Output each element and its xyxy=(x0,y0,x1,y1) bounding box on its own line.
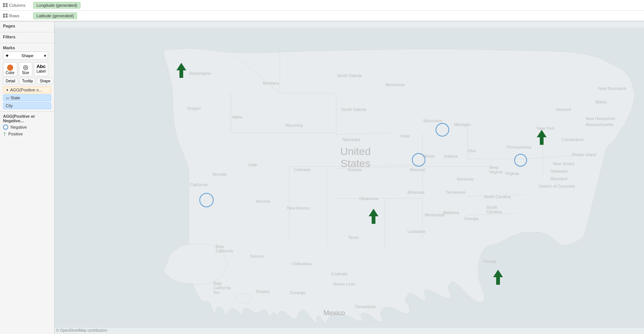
map-svg xyxy=(55,21,644,334)
marks-icons-row: ⬤ Color ◎ Size Abc Label xyxy=(3,62,51,76)
agg-symbol: ✦ xyxy=(6,88,9,92)
legend-positive: ↑ Positive xyxy=(3,131,51,137)
columns-value[interactable]: Longitude (generated) xyxy=(33,2,80,9)
arrow-northeast xyxy=(536,130,547,145)
columns-row: Columns Longitude (generated) xyxy=(0,0,644,11)
legend-title: AGG(Positive or Negative... xyxy=(3,114,51,123)
marks-type-dropdown[interactable]: ✦ Shape ▾ xyxy=(3,52,48,60)
state-field-pill[interactable]: ▭ State xyxy=(3,94,51,101)
detail-btn[interactable]: Detail xyxy=(3,78,18,84)
arrow-texas xyxy=(368,209,379,224)
circle-missouri xyxy=(412,153,425,167)
svg-marker-27 xyxy=(176,63,186,78)
pages-title: Pages xyxy=(3,24,51,28)
rows-row: Rows Latitude (generated) xyxy=(0,11,644,21)
legend-section: AGG(Positive or Negative... Negative ↑ P… xyxy=(0,112,54,140)
city-field-pill[interactable]: City xyxy=(3,102,51,109)
state-symbol: ▭ xyxy=(6,96,9,100)
arrow-washington xyxy=(176,63,187,78)
marks-title: Marks xyxy=(3,46,51,50)
pages-section: Pages xyxy=(0,21,54,32)
label-btn[interactable]: Abc Label xyxy=(34,62,49,76)
agg-field-pill[interactable]: ✦ AGG(Positive o... xyxy=(3,87,51,93)
size-icon: ◎ xyxy=(23,64,28,71)
color-btn[interactable]: ⬤ Color xyxy=(3,62,17,76)
left-panel: Pages Filters Marks ✦ Shape ▾ ⬤ Color xyxy=(0,21,55,334)
color-icon: ⬤ xyxy=(7,64,14,71)
columns-label: Columns xyxy=(3,3,33,8)
negative-icon xyxy=(3,124,8,130)
circle-california xyxy=(199,193,214,207)
label-icon: Abc xyxy=(36,64,46,69)
legend-negative: Negative xyxy=(3,124,51,130)
marks-detail-row: Detail Tooltip Shape xyxy=(3,78,51,84)
svg-marker-29 xyxy=(537,130,547,145)
marks-section: Marks ✦ Shape ▾ ⬤ Color ◎ Size Abc xyxy=(0,43,54,112)
svg-marker-30 xyxy=(493,270,503,285)
tooltip-btn[interactable]: Tooltip xyxy=(20,78,36,84)
main-area: Pages Filters Marks ✦ Shape ▾ ⬤ Color xyxy=(0,21,644,334)
rows-label: Rows xyxy=(3,14,33,18)
filters-title: Filters xyxy=(3,35,51,39)
map-area[interactable]: UnitedStates Washington Oregon Californi… xyxy=(55,21,644,334)
circle-virginia xyxy=(514,154,527,167)
top-bar: Columns Longitude (generated) Rows Latit… xyxy=(0,0,644,21)
arrow-florida xyxy=(492,270,504,285)
filters-section: Filters xyxy=(0,32,54,43)
rows-value[interactable]: Latitude (generated) xyxy=(33,12,77,19)
shape-btn[interactable]: Shape xyxy=(37,78,53,84)
map-credit: © OpenStreetMap contributors xyxy=(56,328,107,332)
svg-marker-28 xyxy=(369,209,378,224)
positive-icon: ↑ xyxy=(3,131,6,137)
size-btn[interactable]: ◎ Size xyxy=(19,62,32,76)
circle-michigan xyxy=(436,123,449,137)
